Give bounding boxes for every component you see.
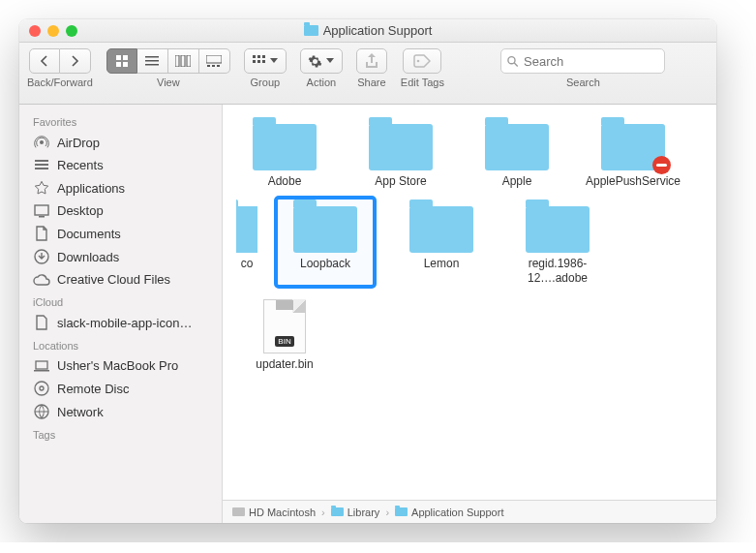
view-group: View — [106, 48, 230, 88]
file-item-folder-partial[interactable]: co — [236, 199, 257, 286]
file-grid: Adobe App Store Apple ApplePushService — [236, 116, 711, 372]
svg-rect-26 — [35, 168, 48, 169]
folder-icon — [409, 206, 473, 253]
action-button[interactable] — [300, 48, 343, 74]
window-body: Favorites AirDrop Recents Applications D… — [19, 105, 716, 523]
folder-icon — [304, 25, 318, 36]
sidebar-item-remote-disc[interactable]: Remote Disc — [19, 377, 222, 400]
minimize-button[interactable] — [47, 25, 59, 37]
sidebar-item-recents[interactable]: Recents — [19, 154, 222, 176]
sidebar-item-applications[interactable]: Applications — [19, 176, 222, 200]
svg-rect-0 — [116, 55, 121, 60]
network-icon — [33, 404, 50, 419]
edit-tags-button[interactable] — [403, 48, 441, 74]
file-item-folder-selected[interactable]: Loopback — [277, 199, 374, 286]
file-area[interactable]: Adobe App Store Apple ApplePushService — [223, 105, 716, 500]
forward-button[interactable] — [60, 48, 91, 74]
disc-icon — [33, 381, 50, 396]
back-button[interactable] — [29, 48, 60, 74]
sidebar-item-network[interactable]: Network — [19, 400, 222, 423]
close-button[interactable] — [29, 25, 41, 37]
tag-icon — [413, 54, 431, 68]
file-item-binfile[interactable]: BIN updater.bin — [236, 295, 333, 372]
maximize-button[interactable] — [66, 25, 77, 37]
sidebar-item-airdrop[interactable]: AirDrop — [19, 131, 222, 154]
chevron-down-icon — [326, 58, 334, 64]
view-label: View — [157, 77, 180, 88]
file-item-folder[interactable]: Apple — [469, 116, 565, 189]
desktop-icon — [33, 204, 50, 218]
folder-icon — [293, 206, 357, 253]
svg-rect-4 — [145, 56, 159, 58]
sidebar-section-title: Favorites — [19, 110, 222, 131]
svg-line-22 — [515, 62, 519, 66]
path-crumb[interactable]: HD Macintosh — [232, 507, 316, 518]
sidebar-item-downloads[interactable]: Downloads — [19, 245, 222, 268]
file-label: Loopback — [300, 257, 350, 271]
hdd-icon — [232, 507, 245, 516]
svg-point-21 — [508, 56, 515, 63]
no-entry-badge-icon — [652, 156, 671, 174]
file-label: ApplePushService — [586, 174, 680, 189]
sidebar-section-title: Tags — [19, 423, 222, 444]
sidebar-item-label: Applications — [57, 181, 125, 196]
share-icon — [365, 53, 378, 69]
sidebar-item-label: Remote Disc — [57, 382, 129, 396]
svg-rect-18 — [257, 60, 260, 63]
sidebar-item-desktop[interactable]: Desktop — [19, 200, 222, 222]
svg-rect-6 — [145, 64, 159, 66]
file-item-folder[interactable]: ApplePushService — [585, 116, 681, 189]
file-item-folder[interactable]: Adobe — [236, 116, 333, 189]
back-forward-label: Back/Forward — [27, 77, 93, 88]
sidebar-item-macbook[interactable]: Usher's MacBook Pro — [19, 354, 222, 377]
file-label: regid.1986-12….adobe — [509, 257, 606, 286]
svg-rect-19 — [262, 60, 265, 63]
search-input[interactable] — [524, 54, 658, 69]
file-item-folder[interactable]: regid.1986-12….adobe — [509, 199, 606, 286]
sidebar-item-icloud-doc[interactable]: slack-mobile-app-icon… — [19, 311, 222, 334]
file-item-folder[interactable]: Lemon — [393, 199, 490, 286]
file-item-folder[interactable]: App Store — [352, 116, 449, 189]
gear-icon — [308, 54, 322, 69]
finder-window: Application Support Back/Forward — [19, 19, 716, 523]
sidebar-section-title: Locations — [19, 334, 222, 354]
file-label: App Store — [375, 174, 426, 189]
chevron-right-icon — [70, 55, 79, 67]
file-label: Apple — [502, 174, 532, 189]
file-label: updater.bin — [256, 357, 313, 372]
svg-rect-13 — [217, 65, 220, 67]
share-label: Share — [357, 77, 385, 88]
group-button[interactable] — [244, 48, 287, 74]
svg-rect-12 — [212, 65, 215, 67]
svg-rect-31 — [34, 370, 49, 372]
group-grid-icon — [253, 55, 266, 67]
view-gallery-button[interactable] — [199, 48, 230, 74]
action-label: Action — [307, 77, 337, 88]
file-label: Adobe — [268, 174, 302, 189]
path-bar: HD Macintosh › Library › Application Sup… — [223, 500, 716, 523]
svg-point-20 — [417, 60, 420, 63]
view-columns-button[interactable] — [168, 48, 199, 74]
search-field[interactable] — [500, 48, 665, 74]
path-crumb[interactable]: Library — [331, 507, 380, 518]
view-list-button[interactable] — [137, 48, 168, 74]
file-label: Lemon — [424, 257, 460, 271]
search-icon — [507, 55, 519, 68]
sidebar-item-creative-cloud[interactable]: Creative Cloud Files — [19, 268, 222, 291]
svg-rect-7 — [175, 55, 179, 67]
sidebar-item-documents[interactable]: Documents — [19, 222, 222, 245]
svg-rect-2 — [116, 62, 121, 67]
gallery-icon — [206, 55, 222, 67]
window-title: Application Support — [19, 23, 716, 38]
airdrop-icon — [33, 135, 50, 150]
svg-rect-14 — [253, 55, 256, 58]
folder-icon — [369, 124, 433, 170]
svg-rect-27 — [35, 205, 48, 215]
list-icon — [145, 55, 159, 67]
path-crumb[interactable]: Application Support — [395, 507, 503, 518]
svg-rect-25 — [35, 164, 48, 166]
folder-icon — [395, 507, 408, 516]
folder-icon — [601, 124, 665, 170]
share-button[interactable] — [356, 48, 387, 74]
view-icons-button[interactable] — [106, 48, 137, 74]
